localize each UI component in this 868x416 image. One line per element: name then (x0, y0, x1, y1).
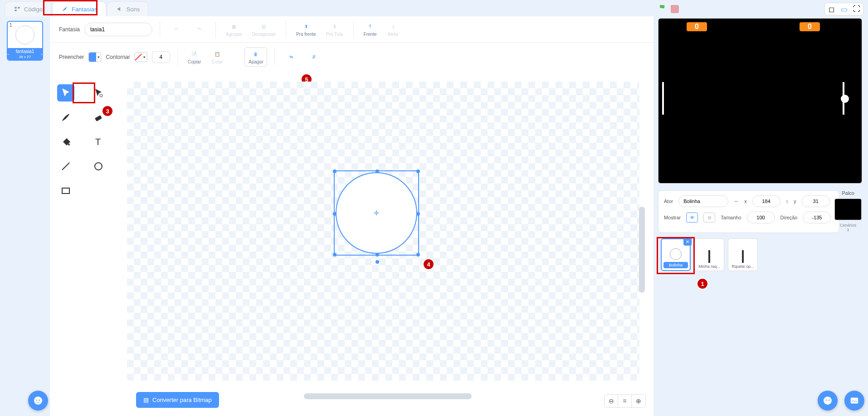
fullscreen-button[interactable]: ⛶ (851, 4, 862, 14)
copy-button[interactable]: 📄Copiar (185, 48, 204, 65)
svg-point-3 (100, 94, 102, 97)
x-input[interactable] (752, 195, 780, 207)
add-costume-button[interactable] (28, 391, 48, 411)
sprite-thumb-icon (742, 250, 744, 263)
group-button[interactable]: ▦Agrupar (223, 21, 245, 38)
sprite-name-input[interactable] (678, 195, 728, 207)
green-flag-button[interactable] (658, 4, 667, 15)
delete-button[interactable]: 🗑Apagar (244, 47, 267, 67)
show-button[interactable]: 👁 (686, 213, 698, 223)
sprite-thumb-icon (708, 250, 710, 263)
costume-thumb-1[interactable]: 1 fantasia1 26 x 27 (7, 21, 43, 61)
outline-color-picker[interactable]: ▾ (135, 52, 147, 62)
backdrops-count: 1 (840, 227, 856, 232)
tool-palette: T (57, 84, 108, 202)
costume-dims: 26 x 27 (8, 55, 42, 60)
eraser-tool[interactable] (90, 109, 107, 126)
costume-name-input[interactable] (84, 23, 152, 36)
add-sprite-button[interactable] (818, 391, 838, 411)
svg-line-7 (62, 163, 69, 170)
size-label: Tamanho (721, 215, 741, 220)
svg-rect-4 (95, 115, 102, 121)
score-right: 0 (800, 22, 820, 31)
bitmap-icon: ▧ (143, 397, 149, 403)
delete-sprite-icon[interactable]: ✕ (683, 237, 692, 246)
sprite-item-label: Rquete op... (731, 264, 754, 269)
zoom-out-button[interactable]: ⊖ (605, 395, 618, 407)
select-tool[interactable] (57, 84, 74, 102)
drawing-canvas[interactable]: ✛ (127, 82, 639, 381)
zoom-reset-button[interactable]: = (618, 395, 632, 407)
y-input[interactable] (802, 195, 830, 207)
circle-tool[interactable] (90, 158, 107, 175)
tab-code[interactable]: Código (5, 1, 51, 16)
tab-sounds-label: Sons (127, 6, 140, 13)
back-button[interactable]: ⤓Atrás (384, 21, 402, 38)
sprite-name-label: Ator (664, 198, 673, 204)
stop-button[interactable] (671, 5, 679, 13)
hide-button[interactable]: ⊘ (703, 213, 715, 223)
size-input[interactable] (747, 212, 775, 223)
backward-icon: ⬇ (330, 22, 339, 31)
forward-button[interactable]: ⬆Pra frente (293, 21, 319, 38)
front-button[interactable]: ⤒Frente (361, 21, 380, 38)
backward-button[interactable]: ⬇Pra Trás (323, 21, 346, 38)
direction-input[interactable] (803, 212, 831, 223)
sprite-item-raquete-op[interactable]: Rquete op... (728, 238, 758, 271)
x-label: x (744, 198, 747, 204)
convert-bitmap-button[interactable]: ▧ Converter para Bitmap (136, 392, 219, 408)
cat-icon (33, 395, 44, 406)
paste-button[interactable]: 📋Colar (208, 48, 226, 65)
tab-code-label: Código (24, 6, 43, 13)
canvas-scrollbar-v[interactable] (639, 207, 645, 293)
brush-icon (61, 5, 69, 13)
line-tool[interactable] (57, 158, 74, 175)
tab-sounds[interactable]: Sons (107, 1, 149, 16)
brush-tool[interactable] (57, 109, 74, 126)
flip-v-button[interactable]: ⇵ (305, 52, 323, 63)
zoom-in-button[interactable]: ⊕ (632, 395, 645, 407)
canvas-scrollbar-h[interactable] (304, 393, 472, 399)
ungroup-icon: ▨ (259, 22, 268, 31)
sprite-item-minha-raquete[interactable]: Minha raq... (694, 238, 724, 271)
large-stage-button[interactable]: ▭ (839, 4, 849, 14)
score-left: 0 (687, 22, 707, 31)
svg-rect-0 (15, 7, 17, 9)
svg-point-13 (824, 397, 832, 405)
svg-point-11 (36, 400, 37, 401)
svg-rect-2 (18, 7, 20, 9)
flip-v-icon: ⇵ (309, 53, 318, 62)
stroke-width-input[interactable] (152, 51, 170, 63)
trash-icon: 🗑 (251, 49, 260, 58)
costume-preview-icon (15, 25, 34, 44)
add-backdrop-button[interactable] (844, 391, 864, 411)
fill-tool[interactable] (57, 133, 74, 150)
sprite-item-bolinha[interactable]: ✕ Bolinha (661, 238, 691, 271)
ungroup-button[interactable]: ▨Desagrupar (249, 21, 278, 38)
y-label: y (794, 198, 796, 204)
fill-color-picker[interactable]: ▾ (88, 52, 101, 62)
svg-point-5 (68, 144, 70, 145)
reshape-tool[interactable] (90, 84, 107, 102)
text-tool[interactable]: T (90, 133, 107, 150)
zoom-controls: ⊖ = ⊕ (604, 394, 646, 408)
redo-button[interactable]: ↷ (190, 24, 208, 35)
fill-label: Preencher (59, 54, 84, 60)
small-stage-button[interactable]: ◻ (826, 4, 837, 14)
left-paddle (662, 82, 664, 115)
code-icon (13, 5, 21, 13)
stage-thumb[interactable] (834, 198, 862, 220)
forward-icon: ⬆ (302, 22, 311, 31)
stage-preview[interactable]: 0 0 (658, 18, 862, 184)
sprite-info-panel: Ator ↔ x ↕ y Mostrar 👁 ⊘ Tamanho Direção (658, 190, 839, 233)
flip-h-button[interactable]: ⇋ (282, 52, 300, 63)
center-cross-icon: ✛ (374, 209, 379, 217)
paste-icon: 📋 (213, 49, 222, 58)
rect-tool[interactable] (57, 182, 74, 199)
svg-point-10 (34, 397, 42, 405)
undo-button[interactable]: ↶ (167, 24, 185, 35)
tab-costumes[interactable]: Fantasias (52, 1, 106, 16)
group-icon: ▦ (229, 22, 239, 31)
fill-swatch-icon (89, 53, 96, 62)
flip-h-icon: ⇋ (287, 53, 296, 62)
